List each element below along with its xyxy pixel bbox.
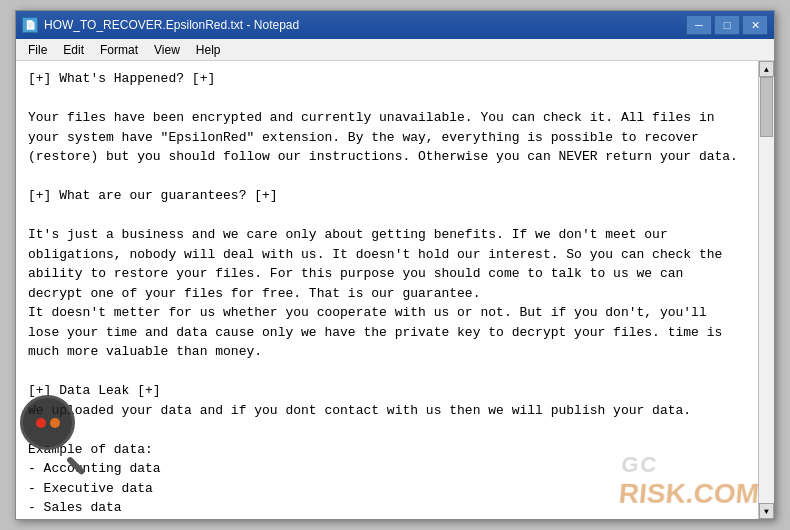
menu-format[interactable]: Format [92, 41, 146, 59]
content-area: [+] What's Happened? [+] Your files have… [16, 61, 774, 519]
scrollbar-thumb[interactable] [760, 77, 773, 137]
close-button[interactable]: ✕ [742, 15, 768, 35]
menu-view[interactable]: View [146, 41, 188, 59]
menu-help[interactable]: Help [188, 41, 229, 59]
scrollbar-track[interactable] [759, 77, 774, 503]
scrollbar-up-button[interactable]: ▲ [759, 61, 774, 77]
notepad-icon: 📄 [22, 17, 38, 33]
minimize-button[interactable]: ─ [686, 15, 712, 35]
scrollbar-down-button[interactable]: ▼ [759, 503, 774, 519]
menu-edit[interactable]: Edit [55, 41, 92, 59]
title-bar: 📄 HOW_TO_RECOVER.EpsilonRed.txt - Notepa… [16, 11, 774, 39]
notepad-window: 📄 HOW_TO_RECOVER.EpsilonRed.txt - Notepa… [15, 10, 775, 520]
window-title: HOW_TO_RECOVER.EpsilonRed.txt - Notepad [44, 18, 299, 32]
text-content[interactable]: [+] What's Happened? [+] Your files have… [16, 61, 758, 519]
scrollbar[interactable]: ▲ ▼ [758, 61, 774, 519]
menu-file[interactable]: File [20, 41, 55, 59]
menu-bar: File Edit Format View Help [16, 39, 774, 61]
title-buttons: ─ □ ✕ [686, 15, 768, 35]
maximize-button[interactable]: □ [714, 15, 740, 35]
title-bar-left: 📄 HOW_TO_RECOVER.EpsilonRed.txt - Notepa… [22, 17, 299, 33]
